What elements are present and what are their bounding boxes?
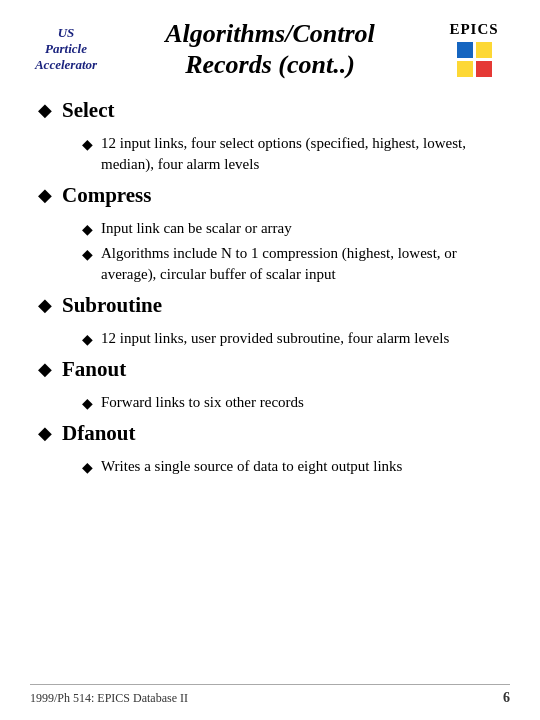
epics-logo: EPICS bbox=[438, 21, 510, 77]
section-label: Subroutine bbox=[62, 293, 162, 318]
epics-block-yellow1 bbox=[476, 42, 492, 58]
epics-block-yellow2 bbox=[457, 61, 473, 77]
section-label: Select bbox=[62, 98, 114, 123]
list-item: ◆ Input link can be scalar or array bbox=[82, 218, 502, 239]
section-fanout: ◆ Fanout bbox=[38, 357, 502, 382]
section-select-subitems: ◆ 12 input links, four select options (s… bbox=[82, 133, 502, 175]
sub-item-text: 12 input links, four select options (spe… bbox=[101, 133, 502, 175]
logo-text: US Particle Accelerator bbox=[35, 25, 97, 74]
page: US Particle Accelerator Algorithms/Contr… bbox=[0, 0, 540, 720]
sub-item-text: Writes a single source of data to eight … bbox=[101, 456, 402, 477]
epics-block-blue bbox=[457, 42, 473, 58]
title-line1: Algorithms/Control bbox=[165, 19, 375, 48]
sub-item-text: Input link can be scalar or array bbox=[101, 218, 292, 239]
sub-item-text: Algorithms include N to 1 compression (h… bbox=[101, 243, 502, 285]
epics-label: EPICS bbox=[449, 21, 498, 38]
sub-item-text: 12 input links, user provided subroutine… bbox=[101, 328, 449, 349]
footer-page-number: 6 bbox=[503, 690, 510, 706]
sub-bullet-diamond: ◆ bbox=[82, 136, 93, 153]
section-dfanout-subitems: ◆ Writes a single source of data to eigh… bbox=[82, 456, 502, 477]
section-subroutine: ◆ Subroutine bbox=[38, 293, 502, 318]
section-label: Fanout bbox=[62, 357, 126, 382]
sub-bullet-diamond: ◆ bbox=[82, 331, 93, 348]
list-item: ◆ Writes a single source of data to eigh… bbox=[82, 456, 502, 477]
sub-bullet-diamond: ◆ bbox=[82, 395, 93, 412]
section-subroutine-subitems: ◆ 12 input links, user provided subrouti… bbox=[82, 328, 502, 349]
list-item: ◆ 12 input links, user provided subrouti… bbox=[82, 328, 502, 349]
bullet-diamond: ◆ bbox=[38, 184, 52, 206]
section-fanout-subitems: ◆ Forward links to six other records bbox=[82, 392, 502, 413]
section-compress-subitems: ◆ Input link can be scalar or array ◆ Al… bbox=[82, 218, 502, 285]
section-dfanout: ◆ Dfanout bbox=[38, 421, 502, 446]
sub-item-text: Forward links to six other records bbox=[101, 392, 304, 413]
sub-bullet-diamond: ◆ bbox=[82, 246, 93, 263]
slide-title: Algorithms/Control Records (cont..) bbox=[102, 18, 438, 80]
epics-block-red bbox=[476, 61, 492, 77]
section-select: ◆ Select bbox=[38, 98, 502, 123]
footer: 1999/Ph 514: EPICS Database II 6 bbox=[30, 684, 510, 706]
title-line2: Records (cont..) bbox=[185, 50, 355, 79]
epics-color-blocks bbox=[457, 42, 492, 77]
bullet-diamond: ◆ bbox=[38, 294, 52, 316]
slide-content: ◆ Select ◆ 12 input links, four select o… bbox=[30, 98, 510, 477]
header: US Particle Accelerator Algorithms/Contr… bbox=[30, 18, 510, 80]
section-label: Dfanout bbox=[62, 421, 136, 446]
list-item: ◆ Algorithms include N to 1 compression … bbox=[82, 243, 502, 285]
list-item: ◆ Forward links to six other records bbox=[82, 392, 502, 413]
bullet-diamond: ◆ bbox=[38, 358, 52, 380]
list-item: ◆ 12 input links, four select options (s… bbox=[82, 133, 502, 175]
us-particle-accelerator-logo: US Particle Accelerator bbox=[30, 25, 102, 74]
bullet-diamond: ◆ bbox=[38, 422, 52, 444]
sub-bullet-diamond: ◆ bbox=[82, 459, 93, 476]
bullet-diamond: ◆ bbox=[38, 99, 52, 121]
footer-citation: 1999/Ph 514: EPICS Database II bbox=[30, 691, 188, 706]
section-label: Compress bbox=[62, 183, 151, 208]
sub-bullet-diamond: ◆ bbox=[82, 221, 93, 238]
section-compress: ◆ Compress bbox=[38, 183, 502, 208]
